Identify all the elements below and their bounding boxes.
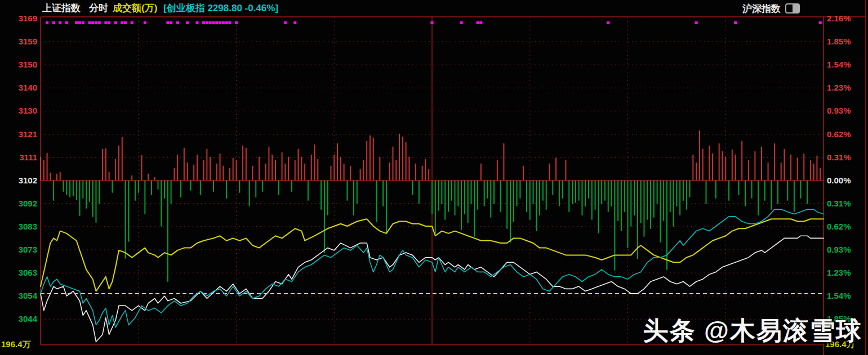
tab-minute-chart[interactable]: 分时 (89, 2, 108, 15)
price-label-3169: 3169 (0, 14, 37, 24)
percent-label-1.85%: 1.85% (827, 37, 851, 47)
index-title: 上证指数 (42, 2, 81, 15)
percent-label-1.54%: 1.54% (827, 60, 851, 70)
price-label-3044: 3044 (0, 314, 37, 324)
index-toggle-icon[interactable] (785, 3, 800, 14)
percent-label-0.00%: 0.00% (827, 176, 851, 186)
volume-max-label-left: 196.4万 (1, 339, 31, 350)
price-label-3111: 3111 (0, 152, 37, 163)
intraday-chart-screen: 上证指数 分时 成交额(万) [创业板指 2298.80 -0.46%] 沪深指… (0, 0, 868, 355)
price-label-3150: 3150 (0, 60, 37, 70)
price-label-3130: 3130 (0, 106, 37, 116)
volume-amount-label: 成交额(万) (113, 2, 157, 15)
percent-label-0.31%: 0.31% (827, 152, 851, 163)
price-label-3121: 3121 (0, 129, 37, 140)
percent-label-1.23%: 1.23% (827, 83, 851, 93)
index-switcher[interactable]: 沪深指数 (742, 2, 800, 15)
price-label-3073: 3073 (0, 245, 37, 255)
percent-label-0.62%: 0.62% (827, 222, 851, 232)
percent-label-1.23%: 1.23% (827, 268, 851, 278)
price-label-3054: 3054 (0, 291, 37, 301)
price-label-3092: 3092 (0, 199, 37, 209)
intraday-chart-canvas[interactable] (0, 0, 868, 355)
percent-label-0.93%: 0.93% (827, 245, 851, 255)
percent-label-0.62%: 0.62% (827, 129, 851, 140)
index-switcher-label: 沪深指数 (742, 2, 781, 15)
percent-label-1.54%: 1.54% (827, 291, 851, 301)
watermark-text: 头条 @木易滚雪球 (643, 314, 862, 348)
percent-label-2.16%: 2.16% (827, 14, 851, 24)
price-label-3140: 3140 (0, 83, 37, 93)
price-label-3102: 3102 (0, 176, 37, 186)
percent-label-0.93%: 0.93% (827, 106, 851, 116)
price-label-3063: 3063 (0, 268, 37, 278)
price-label-3159: 3159 (0, 37, 37, 47)
price-label-3083: 3083 (0, 222, 37, 232)
percent-label-0.31%: 0.31% (827, 199, 851, 209)
overlay-index-quote: [创业板指 2298.80 -0.46%] (163, 2, 278, 15)
